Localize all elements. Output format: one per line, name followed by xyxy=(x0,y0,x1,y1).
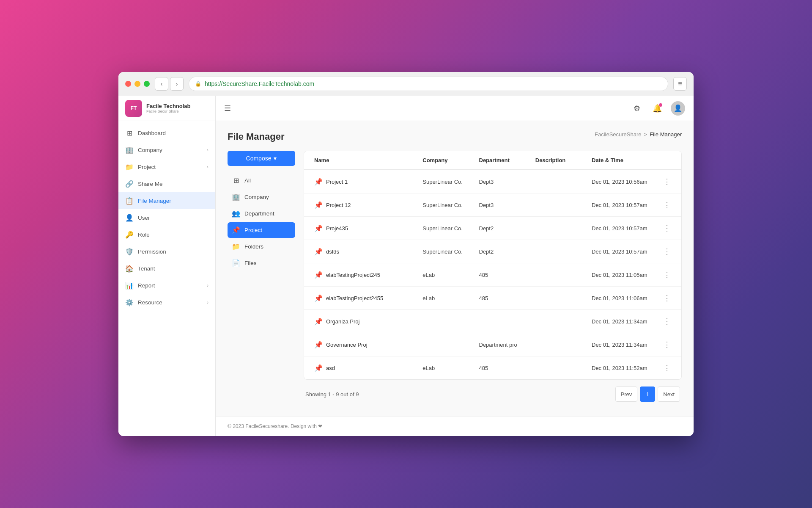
compose-label: Compose xyxy=(246,155,272,162)
cell-company-6 xyxy=(419,316,475,327)
more-menu-button-3[interactable]: ⋮ xyxy=(661,246,673,257)
table-row: 📌 elabTestingProject245 eLab 485 Dec 01,… xyxy=(304,263,681,287)
cell-datetime-1: Dec 01, 2023 10:57am xyxy=(588,196,658,214)
cell-company-4: eLab xyxy=(419,266,475,284)
sidebar-item-resource[interactable]: ⚙️ Resource › xyxy=(118,294,215,311)
th-description: Description xyxy=(532,151,588,169)
left-nav-project[interactable]: 📌 Project xyxy=(228,222,295,238)
cell-desc-8 xyxy=(532,362,588,373)
cell-actions-8: ⋮ xyxy=(658,356,675,379)
cell-name-2: 📌 Proje435 xyxy=(311,219,419,238)
sidebar-item-project[interactable]: 📁 Project › xyxy=(118,158,215,175)
cell-desc-1 xyxy=(532,199,588,210)
top-bar: ☰ ⚙ 🔔 👤 xyxy=(216,96,694,121)
sidebar-nav: ⊞ Dashboard 🏢 Company › 📁 Project › 🔗 Sh… xyxy=(118,121,215,436)
left-nav-files-label: Files xyxy=(244,260,257,266)
row-name-1: Project 12 xyxy=(326,202,351,208)
cell-name-0: 📌 Project 1 xyxy=(311,172,419,191)
more-menu-button-7[interactable]: ⋮ xyxy=(661,339,673,351)
cell-dept-0: Dept3 xyxy=(476,173,532,190)
address-bar[interactable]: 🔒 https://SecureShare.FacileTechnolab.co… xyxy=(189,77,668,91)
table-row: 📌 Project 1 SuperLinear Co. Dept3 Dec 01… xyxy=(304,170,681,193)
sidebar-item-share-me[interactable]: 🔗 Share Me xyxy=(118,175,215,192)
sidebar-item-file-manager[interactable]: 📋 File Manager xyxy=(118,192,215,209)
cell-company-1: SuperLinear Co. xyxy=(419,196,475,214)
sidebar-label-file-manager: File Manager xyxy=(138,198,171,204)
row-name-4: elabTestingProject245 xyxy=(326,272,380,278)
next-button[interactable]: Next xyxy=(658,387,680,402)
left-nav-folders-label: Folders xyxy=(244,243,263,250)
footer: © 2023 FacileSecureshare. Design with ❤ xyxy=(216,416,694,436)
cell-name-4: 📌 elabTestingProject245 xyxy=(311,265,419,284)
sidebar-item-report[interactable]: 📊 Report › xyxy=(118,277,215,294)
cell-company-0: SuperLinear Co. xyxy=(419,173,475,190)
left-nav-folders[interactable]: 📁 Folders xyxy=(228,239,295,254)
cell-dept-5: 485 xyxy=(476,290,532,307)
sidebar-item-tenant[interactable]: 🏠 Tenant xyxy=(118,260,215,277)
hamburger-icon[interactable]: ☰ xyxy=(224,104,231,113)
main-body: File Manager FacileSecureShare > File Ma… xyxy=(216,121,694,416)
compose-button[interactable]: Compose ▾ xyxy=(228,151,295,166)
all-icon: ⊞ xyxy=(232,177,240,185)
cell-name-1: 📌 Project 12 xyxy=(311,196,419,215)
more-menu-button-6[interactable]: ⋮ xyxy=(661,315,673,327)
cell-datetime-4: Dec 01, 2023 11:05am xyxy=(588,266,658,284)
prev-button[interactable]: Prev xyxy=(615,387,638,402)
sidebar-item-dashboard[interactable]: ⊞ Dashboard xyxy=(118,124,215,141)
more-menu-button-8[interactable]: ⋮ xyxy=(661,362,673,374)
content-area: ☰ ⚙ 🔔 👤 File Manager FacileSecu xyxy=(216,96,694,436)
cell-datetime-3: Dec 01, 2023 10:57am xyxy=(588,243,658,260)
notifications-button[interactable]: 🔔 xyxy=(650,102,664,115)
sidebar-item-user[interactable]: 👤 User xyxy=(118,209,215,226)
breadcrumb-separator: > xyxy=(644,131,647,138)
tenant-icon: 🏠 xyxy=(125,264,134,273)
sidebar-item-company[interactable]: 🏢 Company › xyxy=(118,141,215,158)
file-manager-layout: Compose ▾ ⊞ All 🏢 Company 👥 xyxy=(228,151,682,402)
maximize-button[interactable] xyxy=(144,81,150,87)
app-content: FT Facile Technolab Facile Secur Share ⊞… xyxy=(118,96,694,436)
more-menu-button-1[interactable]: ⋮ xyxy=(661,199,673,211)
cell-actions-1: ⋮ xyxy=(658,193,675,216)
close-button[interactable] xyxy=(125,81,131,87)
sidebar-item-role[interactable]: 🔑 Role xyxy=(118,226,215,243)
sidebar-item-permission[interactable]: 🛡️ Permission xyxy=(118,243,215,260)
minimize-button[interactable] xyxy=(134,81,140,87)
row-icon-8: 📌 xyxy=(314,364,323,372)
sidebar-label-resource: Resource xyxy=(138,299,162,306)
back-button[interactable]: ‹ xyxy=(155,77,168,91)
left-nav-company[interactable]: 🏢 Company xyxy=(228,189,295,205)
settings-button[interactable]: ⚙ xyxy=(630,102,644,115)
file-manager-icon: 📋 xyxy=(125,196,134,205)
table-row: 📌 Governance Proj Department pro Dec 01,… xyxy=(304,333,681,356)
forward-button[interactable]: › xyxy=(170,77,184,91)
left-nav-department[interactable]: 👥 Department xyxy=(228,206,295,221)
more-menu-button-5[interactable]: ⋮ xyxy=(661,292,673,304)
row-icon-1: 📌 xyxy=(314,201,323,209)
table-row: 📌 Project 12 SuperLinear Co. Dept3 Dec 0… xyxy=(304,193,681,217)
more-menu-button-0[interactable]: ⋮ xyxy=(661,176,673,188)
left-nav-all[interactable]: ⊞ All xyxy=(228,173,295,188)
cell-desc-0 xyxy=(532,176,588,187)
cell-desc-7 xyxy=(532,339,588,350)
cell-name-7: 📌 Governance Proj xyxy=(311,335,419,354)
top-bar-right: ⚙ 🔔 👤 xyxy=(630,101,685,116)
page-header: File Manager FacileSecureShare > File Ma… xyxy=(228,131,682,142)
page-1-button[interactable]: 1 xyxy=(640,387,655,402)
table-row: 📌 asd eLab 485 Dec 01, 2023 11:52am ⋮ xyxy=(304,356,681,379)
avatar[interactable]: 👤 xyxy=(671,101,685,116)
row-icon-7: 📌 xyxy=(314,341,323,349)
browser-chrome: ‹ › 🔒 https://SecureShare.FacileTechnola… xyxy=(118,72,694,96)
more-menu-button-2[interactable]: ⋮ xyxy=(661,222,673,234)
page-title: File Manager xyxy=(228,131,284,142)
th-actions xyxy=(658,151,675,169)
more-menu-button-4[interactable]: ⋮ xyxy=(661,269,673,281)
lock-icon: 🔒 xyxy=(195,81,201,87)
browser-menu-button[interactable]: ≡ xyxy=(673,77,687,91)
left-nav-files[interactable]: 📄 Files xyxy=(228,255,295,271)
resource-icon: ⚙️ xyxy=(125,298,134,306)
sidebar-header: FT Facile Technolab Facile Secur Share xyxy=(118,96,215,121)
project-chevron-icon: › xyxy=(207,164,208,169)
browser-window: ‹ › 🔒 https://SecureShare.FacileTechnola… xyxy=(118,72,694,436)
table-row: 📌 elabTestingProject2455 eLab 485 Dec 01… xyxy=(304,287,681,310)
cell-actions-6: ⋮ xyxy=(658,310,675,333)
